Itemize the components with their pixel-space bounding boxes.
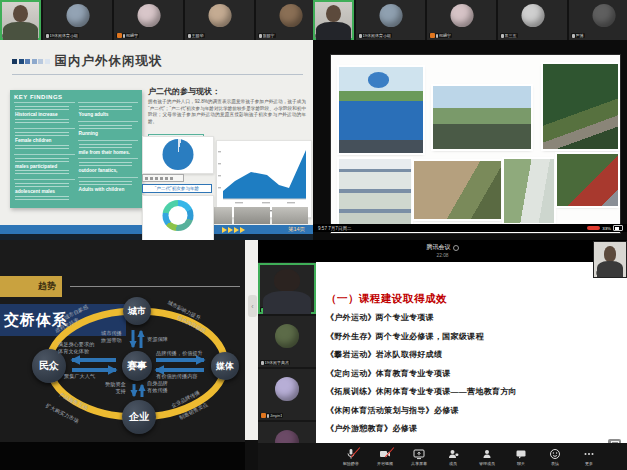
recording-indicator [587, 226, 600, 231]
participant-label: 19休闲体育小组 [358, 33, 392, 38]
participant-name: 19休闲体育小组 [50, 33, 78, 38]
pie-chart [163, 139, 194, 170]
slide-title: 国内户外休闲现状 [55, 53, 163, 70]
panel-meeting-top-left: 19休闲体育小组 祝晓宇 [0, 0, 313, 240]
section-paragraph: 拥有孩子的户外人口，92.8%的调查表示愿意带孩子参加户外运动，孩子成为“户二代… [148, 99, 306, 126]
edge-label: 满足身心要求的 体育文化体验 [58, 341, 94, 354]
node-media: 媒体 [211, 352, 239, 380]
participant-sidebar: 张思杰 19休闲学高杰 [258, 262, 316, 443]
participant-tile[interactable]: 黑三五 [498, 0, 567, 40]
node-public: 民众 [32, 349, 66, 383]
participant-video-tile[interactable] [0, 0, 41, 40]
area-chart [217, 141, 311, 217]
self-view-video[interactable] [594, 242, 626, 277]
mic-icon [501, 34, 504, 38]
avatar [450, 4, 473, 27]
meeting-title: 腾讯会议 [427, 243, 451, 252]
participant-label: 19休闲学高杰 [260, 360, 290, 365]
chart-label: “户二代”初次参与年龄 [142, 184, 212, 193]
participant-label: Jinyin1 [260, 413, 283, 418]
participant-tile[interactable]: 19休闲体育小组 [43, 0, 112, 40]
shared-screen-stage: 9:57 7月7日周二 33% [313, 40, 627, 232]
key-findings-header: KEY FINDINGS [14, 94, 138, 100]
slide-outdoor-leisure-status: 国内户外休闲现状 KEY FINDINGS Historical increas… [0, 40, 313, 240]
participant-label: 祝晓宇 [116, 33, 139, 38]
key-finding-item: Young adults [78, 102, 139, 121]
participant-video-tile[interactable] [313, 0, 354, 40]
participant-name: 祝晓宁 [439, 33, 451, 38]
participant-tile[interactable]: 陈丽宁 [256, 0, 313, 40]
key-finding-item: Female children [14, 128, 75, 154]
course-bullet-list: 《户外运动》两个专业专项课 《野外生存》两个专业必修课，国家级课程 《攀岩运动》… [326, 312, 581, 442]
mic-icon [316, 34, 319, 38]
page-number: 第14页 [288, 226, 305, 233]
course-bullet: 《户外运动》两个专业专项课 [326, 312, 581, 323]
participant-label: 张思杰 [260, 307, 278, 312]
edge-label: 赞助资金 支持 [105, 381, 126, 394]
photo-treetop-course [543, 64, 618, 149]
avatar [592, 4, 615, 27]
participant-label: 祝晓宁 [429, 33, 452, 38]
avatar [521, 4, 544, 27]
avatar [137, 4, 160, 27]
avatar [275, 377, 299, 401]
section-title: 户二代的参与现状： [148, 86, 306, 97]
participant-tile[interactable]: 祝晓宁 [427, 0, 496, 40]
unmute-button[interactable]: 解除静音 [340, 448, 362, 466]
course-bullet: 《攀岩运动》岩冰队取得好成绩 [326, 349, 581, 360]
participant-video-tile[interactable]: 张思杰 [258, 263, 316, 314]
edge-label: 城市传播 旅游带动 [101, 330, 122, 343]
participant-label: 陈丽宁 [258, 33, 276, 38]
background-sliver [245, 240, 258, 440]
participant-name: 张思杰 [265, 307, 277, 312]
key-findings-right-column: Young adults Running mile from their hom… [78, 102, 139, 205]
share-screen-button[interactable]: 共享屏幕 [408, 448, 430, 466]
meeting-duration: 22:08 [427, 253, 459, 258]
participant-tile[interactable]: 19休闲体育小组 [356, 0, 425, 40]
key-findings-left-column: Historical increase Female children male… [14, 102, 75, 205]
chat-button[interactable]: 聊天 [510, 448, 532, 466]
device-status-bar: 9:57 7月7日周二 33% [313, 224, 627, 232]
key-findings-panel: KEY FINDINGS Historical increase Female … [10, 90, 142, 208]
edge-label: 有价值的传播内容 [156, 373, 198, 380]
course-bullet: 《定向运动》体育教育专业专项课 [326, 368, 581, 379]
members-button[interactable]: 成员 [442, 448, 464, 466]
participant-name: 严博 [576, 33, 584, 38]
participant-label: 严博 [571, 33, 585, 38]
photo-aerial-mat [557, 154, 618, 206]
key-finding-item: Adults with children [78, 177, 139, 196]
participant-label: 王丽华 [187, 33, 205, 38]
participant-strip-tr: 19休闲体育小组 祝晓宁 [313, 0, 627, 40]
slide-photo-grid [330, 54, 621, 234]
participant-label: 黑三五 [500, 33, 518, 38]
hand-raised-badge [261, 413, 266, 418]
participant-name: 陈丽宁 [263, 33, 275, 38]
edge-label: 品牌传播，价值提升 [156, 350, 203, 357]
panel-diagram-slide: 趋势 交桥体系 城市 民众 赛事 媒体 企业 城市自豪感 政府支持率 城市影响力 [0, 240, 245, 470]
participant-name: 祝晓宇 [126, 33, 138, 38]
mic-icon [436, 34, 439, 38]
page-arrows [222, 227, 245, 233]
key-finding-item: mile from their homes. [78, 140, 139, 159]
manage-members-button[interactable]: 管理成员 [476, 448, 498, 466]
participant-tile[interactable]: Jinyin1 [258, 369, 316, 420]
shared-slide-area: （一）课程建设取得成效 《户外运动》两个专业专项课 《野外生存》两个专业必修课，… [316, 262, 627, 443]
more-button[interactable]: 更多 [578, 448, 600, 466]
slide-title: （一）课程建设取得成效 [326, 292, 447, 306]
participant-tile[interactable]: 祝晓宇 [114, 0, 183, 40]
start-video-button[interactable]: 开启视频 [374, 448, 396, 466]
course-bullet: 《拓展训练》休闲体育专业专项课——营地教育方向 [326, 386, 581, 397]
participant-tile[interactable]: 19休闲学高杰 [258, 316, 316, 367]
slide-text-block: 户二代的参与现状： 拥有孩子的户外人口，92.8%的调查表示愿意带孩子参加户外运… [148, 86, 306, 144]
photo-group-mountain [433, 86, 531, 149]
participant-label [596, 271, 601, 275]
secure-icon [453, 245, 459, 251]
mic-icon [359, 34, 362, 38]
hand-raised-badge [117, 33, 122, 38]
reactions-button[interactable]: 表情 [544, 448, 566, 466]
participant-tile[interactable]: 严博 [569, 0, 627, 40]
sidebar-collapse-handle[interactable]: ‹ [248, 295, 257, 317]
key-finding-item: Historical increase [14, 102, 75, 128]
screenshot-collage: 19休闲体育小组 祝晓宇 [0, 0, 627, 470]
participant-tile[interactable]: 王丽华 [185, 0, 254, 40]
